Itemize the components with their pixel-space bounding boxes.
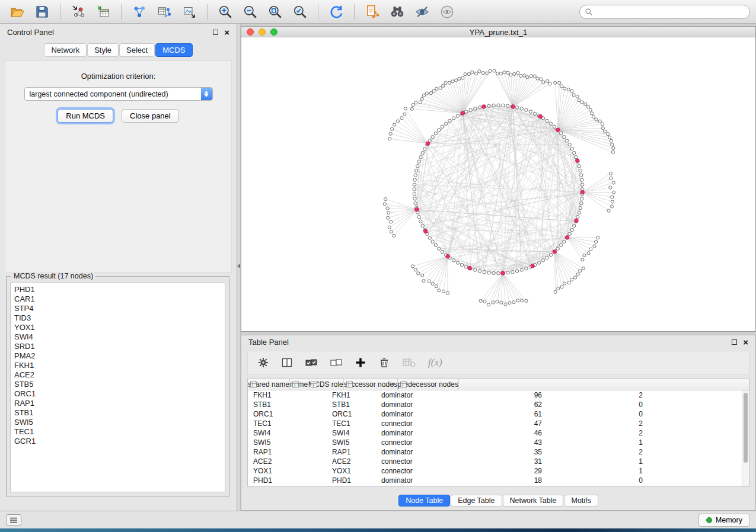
new-table-button[interactable]: [153, 2, 176, 21]
cell-successor-nodes[interactable]: 47: [464, 419, 551, 428]
cell-name[interactable]: FKH1: [327, 391, 376, 399]
cell-predecessor-nodes[interactable]: 2: [551, 391, 652, 399]
cell-mcds-role[interactable]: dominator: [376, 410, 464, 418]
cell-successor-nodes[interactable]: 61: [464, 410, 551, 418]
cell-mcds-role[interactable]: dominator: [376, 448, 464, 456]
cell-name[interactable]: SWI4: [327, 429, 376, 437]
cell-shared-name[interactable]: ORC1: [248, 410, 327, 418]
cell-predecessor-nodes[interactable]: 0: [551, 400, 652, 409]
table-row[interactable]: RAP1 RAP1 dominator 35 2: [248, 447, 749, 457]
cell-predecessor-nodes[interactable]: 1: [551, 438, 652, 447]
mcds-result-item[interactable]: CAR1: [11, 294, 225, 304]
mcds-result-item[interactable]: PMA2: [11, 351, 225, 361]
cell-successor-nodes[interactable]: 62: [464, 400, 551, 409]
table-column-header[interactable]: successor nodes ▾: [344, 379, 398, 390]
new-network-button[interactable]: [128, 2, 151, 21]
table-column-header[interactable]: shared name ▾: [248, 379, 290, 390]
mcds-result-item[interactable]: GCR1: [11, 437, 225, 446]
mcds-result-list[interactable]: PHD1CAR1STP4TID3YOX1SWI4SRD1PMA2FKH1ACE2…: [10, 283, 225, 492]
mcds-result-item[interactable]: TEC1: [11, 427, 225, 437]
cell-name[interactable]: TEC1: [327, 419, 376, 428]
cell-shared-name[interactable]: STB1: [248, 400, 327, 409]
table-column-header[interactable]: MCDS role ▾: [308, 379, 344, 390]
cell-mcds-role[interactable]: dominator: [376, 429, 464, 437]
cell-name[interactable]: RAP1: [327, 448, 376, 456]
scrollbar-thumb[interactable]: [744, 393, 748, 463]
cell-mcds-role[interactable]: dominator: [376, 391, 464, 399]
cell-name[interactable]: SWI5: [327, 438, 376, 447]
cell-mcds-role[interactable]: connector: [376, 419, 464, 428]
table-panel-tab[interactable]: Edge Table: [451, 495, 502, 507]
show-columns-button[interactable]: [281, 357, 293, 368]
delete-column-button[interactable]: [378, 357, 390, 368]
cell-successor-nodes[interactable]: 46: [464, 429, 551, 437]
cell-successor-nodes[interactable]: 43: [464, 438, 551, 447]
splitter-grip-icon[interactable]: [237, 264, 240, 268]
export-image-button[interactable]: [178, 2, 200, 21]
add-column-button[interactable]: [355, 357, 366, 368]
table-scrollbar[interactable]: [742, 390, 749, 486]
mcds-result-item[interactable]: SRD1: [11, 342, 225, 351]
zoom-out-button[interactable]: [239, 2, 261, 21]
save-session-button[interactable]: [31, 2, 53, 21]
deselect-all-button[interactable]: [330, 357, 343, 368]
cell-predecessor-nodes[interactable]: 1: [551, 457, 652, 466]
table-row[interactable]: ACE2 ACE2 connector 31 1: [248, 457, 749, 466]
table-settings-button[interactable]: [257, 357, 269, 368]
cell-name[interactable]: ORC1: [327, 410, 376, 418]
table-row[interactable]: SWI4 SWI4 dominator 46 2: [248, 428, 749, 438]
mcds-result-item[interactable]: PHD1: [11, 285, 225, 294]
float-table-panel-icon[interactable]: [732, 339, 737, 345]
control-panel-tab[interactable]: Select: [119, 43, 155, 57]
zoom-in-button[interactable]: [214, 2, 237, 21]
cell-name[interactable]: STB1: [327, 400, 376, 409]
table-row[interactable]: STB1 STB1 dominator 62 0: [248, 400, 749, 409]
table-row[interactable]: FKH1 FKH1 dominator 96 2: [248, 390, 749, 400]
cell-predecessor-nodes[interactable]: 2: [551, 448, 652, 456]
search-box[interactable]: [579, 5, 750, 19]
cell-shared-name[interactable]: FKH1: [248, 391, 327, 399]
cell-mcds-role[interactable]: dominator: [376, 476, 464, 485]
control-panel-tab[interactable]: Network: [44, 43, 87, 57]
mcds-result-item[interactable]: SWI4: [11, 332, 225, 342]
share-document-button[interactable]: [361, 2, 384, 21]
cell-name[interactable]: YOX1: [327, 467, 376, 475]
zoom-selected-button[interactable]: [289, 2, 311, 21]
cell-predecessor-nodes[interactable]: 0: [551, 410, 652, 418]
close-panel-button[interactable]: Close panel: [122, 109, 179, 123]
cell-name[interactable]: PHD1: [327, 476, 376, 485]
mcds-result-item[interactable]: STP4: [11, 304, 225, 313]
mcds-result-item[interactable]: ORC1: [11, 389, 225, 399]
hide-graphics-button[interactable]: [411, 2, 433, 21]
status-menu-button[interactable]: [6, 514, 21, 525]
show-graphics-button[interactable]: [436, 2, 458, 21]
cell-predecessor-nodes[interactable]: 2: [551, 429, 652, 437]
cell-successor-nodes[interactable]: 29: [464, 467, 551, 475]
cell-shared-name[interactable]: PHD1: [248, 476, 327, 485]
delete-table-button[interactable]: [402, 357, 416, 368]
mcds-result-item[interactable]: YOX1: [11, 323, 225, 332]
table-row[interactable]: PHD1 PHD1 dominator 18 0: [248, 476, 749, 485]
cell-name[interactable]: ACE2: [327, 457, 376, 466]
function-builder-button[interactable]: f(x): [428, 357, 442, 368]
open-file-button[interactable]: [6, 2, 28, 21]
network-window-titlebar[interactable]: YPA_prune.txt_1: [241, 27, 755, 37]
cell-predecessor-nodes[interactable]: 1: [551, 467, 652, 475]
mcds-result-item[interactable]: ACE2: [11, 370, 225, 380]
cell-predecessor-nodes[interactable]: 2: [551, 419, 652, 428]
cell-mcds-role[interactable]: connector: [376, 457, 464, 466]
criterion-select[interactable]: largest connected component (undirected): [24, 87, 213, 101]
cell-successor-nodes[interactable]: 35: [464, 448, 551, 456]
cell-mcds-role[interactable]: connector: [376, 467, 464, 475]
control-panel-tab[interactable]: MCDS: [155, 43, 192, 57]
mcds-result-item[interactable]: TID3: [11, 313, 225, 323]
cell-shared-name[interactable]: SWI5: [248, 438, 327, 447]
run-mcds-button[interactable]: Run MCDS: [58, 109, 113, 123]
cell-mcds-role[interactable]: dominator: [376, 400, 464, 409]
table-row[interactable]: TEC1 TEC1 connector 47 2: [248, 419, 749, 428]
table-panel-tab[interactable]: Node Table: [398, 495, 450, 507]
table-row[interactable]: SWI5 SWI5 connector 43 1: [248, 438, 749, 447]
cell-shared-name[interactable]: SWI4: [248, 429, 327, 437]
table-column-header[interactable]: name ▾: [290, 379, 308, 390]
select-all-button[interactable]: [305, 357, 318, 368]
